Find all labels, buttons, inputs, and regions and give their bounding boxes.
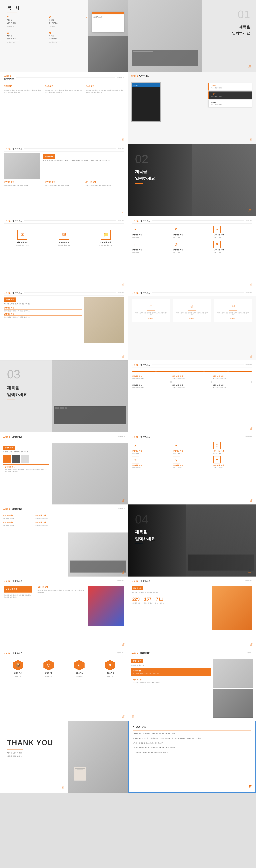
tl-dot-3 — [179, 371, 181, 372]
sh-num-19: 04 제목을 — [4, 652, 10, 654]
ty-content: THANK YOU 제목을 입력하세요 제목을 입력하세요 — [7, 739, 53, 758]
hex4-item-3: E 콘텐츠 작성 내용을 입력 — [65, 660, 94, 677]
slide-hex4: 04 제목을 입력하세요 입력하세요 📦 콘텐츠 작성 내용을 입력 ⬡ 콘텐츠… — [0, 649, 128, 721]
ty-sub1: 제목을 입력하세요 — [7, 751, 53, 754]
content-row-texts: 관련 내용 입력 세부 내용을 입력하세요 관련 내용 입력 세부 내용을 입력… — [3, 515, 66, 574]
toc-item-4: 04 제목을입력하세요... 입력하세요... — [49, 32, 84, 43]
slide-detail-card: 04 제목을 입력하세요 입력하세요 부제목 입력 텍스트를 입력하세요. 텍스… — [128, 649, 256, 721]
stats-main-title: 부제목 입력 — [132, 586, 143, 590]
toc-num-1: 01 — [7, 16, 42, 19]
stats-photo — [213, 586, 252, 630]
sh-sub-3: 입력하세요 — [117, 77, 124, 79]
tl-col-3: 제목 내용 작성 세부 내용을 입력하세요 — [213, 375, 252, 379]
stats-nums: 229 간략내용 작성 157 간략내용 작성 711 간략내용 작성 — [132, 596, 211, 604]
text3col-grid: 텍스트 입력 텍스트를 입력하세요. 텍스트를 입력하세요. 텍스트를 입력하세… — [4, 85, 124, 93]
slide-detail-photo: 02 제목을 입력하세요 입력하세요 부제목 입력 텍스트를 입력하세요. 텍스… — [0, 288, 128, 360]
logo-4: E — [250, 138, 252, 142]
sh-title-18: 입력하세요 — [140, 580, 150, 582]
hero03-bg-img — [52, 360, 128, 432]
slide-header-5: 01 제목을 입력하세요 입력하세요 — [4, 147, 124, 152]
slide-header-17: 04 제목을 입력하세요 입력하세요 — [4, 579, 124, 584]
slide-hero02: 02 제목을입력하세요 E — [128, 144, 256, 216]
toc-item-3: 03 제목을입력하세요... 입력하세요... — [7, 32, 42, 43]
icon6-grid: ▲ 간략 내용 작성 세부 내용 작성 ⚙ 간략 내용 작성 세부 내용 작성 … — [132, 226, 252, 254]
icon3-card-3: ✉ 텍스트를 입력하세요. 텍스트를 입력하세요. 텍스트를 입력하세요. 내용… — [214, 299, 252, 322]
toc-item-2: 02 제목을입력하세요 입력하세요... E — [49, 16, 84, 28]
sh-num-7: 02 제목을 — [4, 220, 10, 222]
phone-screen: 텍스트를 입력하세요 텍스트를 입력하세요 — [92, 12, 124, 32]
toc-sub-3: 입력하세요... — [7, 41, 42, 43]
detail-col-2: 세부 내용 입력 세부 내용을 입력하세요. 세부 내용을 입력하세요. — [44, 181, 84, 187]
popup-card-3: 내용 추가 텍스트를 입력하세요 — [208, 100, 252, 107]
sh-title-20: 입력하세요 — [140, 652, 150, 654]
toc-label-2: 제목을입력하세요 — [49, 19, 84, 24]
detail-photo2-img — [52, 443, 128, 504]
icon6-icon-3: ♦ — [214, 226, 221, 233]
detail3col-grid: 세부 내용 입력 세부 내용을 입력하세요. 세부 내용을 입력하세요. 세부 … — [4, 181, 124, 187]
icon3-card-1: ⚙ 텍스트를 입력하세요. 텍스트를 입력하세요. 텍스트를 입력하세요. 내용… — [132, 299, 170, 322]
logo-12: E — [250, 427, 252, 430]
toc-title: 목 차 — [7, 5, 21, 11]
detail-split-content: 설명 내용 입력 텍스트를 입력하세요. 텍스트를 입력하세요. 텍스트를 입력… — [4, 586, 124, 626]
sh-num-18: 04 제목을 — [132, 580, 138, 582]
notice-logo: E — [249, 784, 251, 789]
detail-color-blocks — [3, 455, 49, 463]
icon6-item-6: ❤ 간략 내용 작성 세부 내용 작성 — [214, 241, 252, 254]
dc-photos — [213, 659, 253, 718]
icon-item-1: ✉ 서술 내용 작성 텍스트를 입력하세요 — [4, 229, 41, 246]
ty-bg-photo — [68, 721, 128, 793]
sh-title-12: 입력하세요 — [140, 364, 150, 366]
sh-num-15: 03 제목을 — [3, 508, 10, 510]
detail-main-title: 부제목 입력 — [43, 154, 55, 159]
cr-item-4: 관련 내용 입력 세부 내용을 입력하세요 — [35, 522, 66, 526]
tl-top-row: 제목 내용 작성 세부 내용을 입력하세요 제목 내용 작성 세부 내용을 입력… — [132, 375, 252, 379]
card1-icon: ⚙ — [147, 302, 155, 310]
tl-line-2 — [157, 371, 179, 372]
timeline-track — [132, 371, 252, 372]
sh-title-4: 입력하세요 — [139, 74, 149, 77]
tl-line-3 — [181, 371, 203, 372]
slide-icon6list: 03 제목을 입력하세요 입력하세요 ▲ 세목 내용 작성 세부 내용을 입력 … — [128, 432, 256, 504]
hex4-grid: 📦 콘텐츠 작성 내용을 입력 ⬡ 콘텐츠 작성 내용을 입력 E 콘텐츠 작성… — [4, 660, 124, 677]
tl-col-4: 제목 내용 작성 세부 내용을 입력하세요 — [132, 384, 171, 389]
tl-col-2: 제목 내용 작성 세부 내용을 입력하세요 — [172, 375, 212, 379]
slide-content-row: 03 제목을 입력하세요 입력하세요 관련 내용 입력 세부 내용을 입력하세요… — [0, 504, 128, 577]
slide-thankyou: THANK YOU 제목을 입력하세요 제목을 입력하세요 E — [0, 721, 128, 793]
toc-title-underline — [7, 12, 17, 12]
logo-13: E — [122, 499, 124, 502]
sh-sub-17: 입력하세요 — [118, 580, 124, 582]
dc-main-title: 부제목 입력 — [131, 659, 142, 663]
hex4-item-1: 📦 콘텐츠 작성 내용을 입력 — [4, 660, 32, 677]
slide-stats: 04 제목을 입력하세요 입력하세요 부제목 입력 텍스트를 입력하세요. 텍스… — [128, 577, 256, 649]
detail-col-3: 세부 내용 입력 세부 내용을 입력하세요. 세부 내용을 입력하세요. — [86, 181, 124, 187]
text-box-1: 텍스트 입력 텍스트를 입력하세요. 텍스트를 입력하세요. 텍스트를 입력하세… — [4, 85, 42, 93]
icon-item-2: ✉ 서술 내용 작성 텍스트를 입력하세요 — [45, 229, 83, 246]
detail-photo-1 — [4, 153, 40, 179]
sh-sub-10: 입력하세요 — [246, 291, 252, 293]
detail-top-row: 부제목 입력 사용자는 템플릿 무제를 프레젠테이션이나 이 작업을 하여 이 … — [4, 153, 124, 179]
logo-5: E — [122, 211, 124, 214]
il-icon-2: ✈ — [172, 442, 180, 449]
icon6-icon-2: ⚙ — [172, 226, 180, 233]
icon3card-grid: ⚙ 텍스트를 입력하세요. 텍스트를 입력하세요. 텍스트를 입력하세요. 내용… — [132, 298, 252, 323]
icon6-icon-5: ◎ — [172, 241, 180, 248]
card2-icon: ⊕ — [188, 302, 196, 310]
slide-notice: 저작권 고지 이 PPT 템플릿 사용에 있어서 아래와 같은 조건과 제한사항… — [128, 721, 256, 793]
sh-title-5: 입력하세요 — [12, 148, 22, 150]
hero04-num: 04 — [135, 513, 149, 526]
hex-icon-3: E — [78, 663, 81, 668]
detail-photo-row: 부제목 입력 텍스트를 입력하세요. 텍스트를 입력하세요. 설명 내용 작성 … — [4, 297, 124, 343]
sh-num-17: 04 제목을 — [4, 580, 10, 582]
plus-icon: + — [45, 467, 47, 472]
ty-coffee-cup — [74, 767, 86, 781]
il-item-3: ⚙ 세목 내용 작성 세부 내용을 입력 — [214, 442, 252, 454]
sh-title-3: 입력하세요 — [4, 77, 14, 80]
tl-dot-6 — [251, 371, 252, 372]
split-main-title: 설명 내용 입력 — [4, 586, 32, 593]
il-item-4: ☆ 세목 내용 작성 세부 내용을 입력 — [132, 456, 170, 469]
tl-line-1 — [133, 371, 155, 372]
sh-sub-12: 입력하세요 — [246, 364, 252, 366]
split-photo — [88, 586, 124, 626]
sh-num-20: 04 제목을 — [131, 652, 138, 654]
slide-header-12: 03 제목을 입력하세요 입력하세요 — [132, 363, 252, 368]
